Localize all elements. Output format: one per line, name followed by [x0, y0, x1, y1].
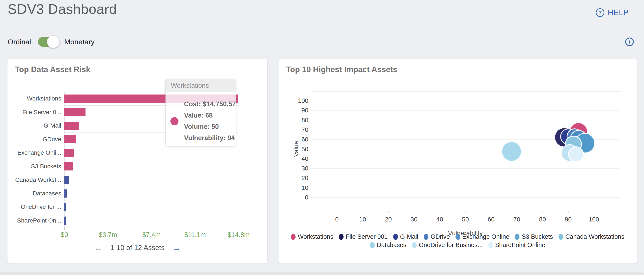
legend-item-workstations[interactable]: Workstations — [291, 233, 333, 240]
x-tick-mark — [388, 211, 388, 213]
bubble-gridline — [311, 120, 620, 120]
y-tick-label: 100 — [291, 97, 308, 104]
unit-toggle-row: Ordinal Monetary — [8, 36, 94, 48]
bar-row-separator — [64, 173, 238, 173]
legend-dot-icon — [424, 234, 428, 240]
bar-label-canada-workst: Canada Workst... — [8, 173, 61, 187]
bubble-sharepoint-online[interactable] — [568, 146, 584, 162]
pagination: ← 1-10 of 12 Assets → — [8, 243, 268, 252]
bar-databases[interactable] — [64, 189, 67, 198]
legend-dot-icon — [456, 234, 460, 240]
bubble-gridline — [311, 188, 620, 188]
next-page-arrow-icon[interactable]: → — [172, 243, 181, 252]
bar-label-onedrive-for: OneDrive for ... — [8, 200, 61, 214]
tooltip-volume: Volume: 50 — [184, 121, 236, 132]
bar-g-mail[interactable] — [64, 122, 79, 130]
legend-item-gdrive[interactable]: GDrive — [424, 233, 450, 240]
bar-x-tick-mark — [195, 227, 195, 230]
bar-s3-buckets[interactable] — [64, 162, 73, 170]
legend-item-sharepoint-online[interactable]: SharePoint Online — [488, 241, 545, 248]
bar-row-separator — [64, 160, 238, 160]
x-tick-label: 80 — [539, 216, 546, 223]
y-tick-label: 80 — [291, 117, 308, 124]
bar-label-gdrive: GDrive — [8, 132, 61, 146]
bar-x-tick-label: $14.8m — [228, 231, 250, 239]
bubble-gridline — [311, 101, 620, 101]
x-tick-mark — [542, 211, 543, 213]
legend-item-s3-buckets[interactable]: S3 Buckets — [515, 233, 553, 240]
bar-gdrive[interactable] — [64, 135, 76, 143]
legend-dot-icon — [412, 242, 417, 248]
legend-label: Canada Workstations — [565, 233, 624, 240]
chart-tooltip: Workstations Cost: $14,750,576 Value: 68… — [166, 79, 236, 146]
legend-item-onedrive-for-busines[interactable]: OneDrive for Busines... — [412, 241, 483, 248]
legend-dot-icon — [370, 242, 375, 248]
bubble-gridline — [311, 197, 620, 198]
bar-row-separator — [64, 214, 238, 214]
toggle-label-ordinal: Ordinal — [8, 38, 31, 46]
tooltip-body: Cost: $14,750,576 Value: 68 Volume: 50 V… — [166, 92, 236, 146]
legend-dot-icon — [393, 234, 398, 240]
bar-canada-workst[interactable] — [64, 176, 69, 184]
chart-legend: WorkstationsFile Server 001G-MailGDriveE… — [278, 233, 637, 248]
y-tick-label: 60 — [291, 136, 308, 143]
toggle-knob[interactable] — [47, 36, 59, 48]
bar-row-separator — [64, 200, 238, 200]
tooltip-vulnerability: Vulnerability: 94 — [184, 132, 236, 144]
legend-label: SharePoint Online — [495, 241, 545, 248]
legend-item-g-mail[interactable]: G-Mail — [393, 233, 418, 240]
x-tick-label: 10 — [359, 216, 366, 223]
bar-x-tick-label: $0 — [61, 231, 68, 239]
bubble-gridline — [311, 110, 620, 111]
legend-row: DatabasesOneDrive for Busines...SharePoi… — [370, 241, 545, 248]
x-tick-label: 40 — [436, 216, 443, 223]
page-title: SDV3 Dashboard — [8, 1, 117, 17]
plot-top-edge — [311, 91, 620, 92]
x-tick-mark — [414, 211, 414, 213]
previous-page-arrow-icon[interactable]: ← — [94, 243, 103, 252]
x-tick-mark — [440, 211, 440, 213]
x-tick-label: 50 — [462, 216, 469, 223]
bar-label-g-mail: G-Mail — [8, 119, 61, 132]
bar-row-separator — [64, 187, 238, 187]
bar-onedrive-for[interactable] — [64, 203, 66, 211]
info-icon[interactable]: i — [625, 38, 634, 46]
legend-label: G-Mail — [400, 233, 418, 240]
legend-label: Exchange Online — [462, 233, 510, 240]
bar-exchange-onli[interactable] — [64, 149, 74, 157]
bar-sharepoint-on[interactable] — [64, 216, 66, 225]
right-card-title: Top 10 Highest Impact Assets — [286, 65, 397, 74]
legend-item-exchange-online[interactable]: Exchange Online — [456, 233, 510, 240]
tooltip-value: Value: 68 — [184, 110, 236, 121]
legend-label: Workstations — [298, 233, 333, 240]
ordinal-monetary-toggle[interactable] — [38, 37, 58, 47]
help-button[interactable]: ? HELP — [596, 8, 629, 17]
bar-x-tick-mark — [238, 227, 239, 230]
toggle-label-monetary: Monetary — [64, 38, 95, 46]
bar-x-tick-mark — [152, 227, 152, 230]
y-tick-label: 10 — [291, 184, 308, 191]
bar-row-separator — [64, 146, 238, 146]
bubble-databases[interactable] — [501, 141, 522, 162]
bar-label-exchange-onli: Exchange Onli... — [8, 146, 61, 160]
left-card-title: Top Data Asset Risk — [15, 65, 90, 74]
x-tick-label: 30 — [410, 216, 417, 223]
x-tick-mark — [568, 211, 568, 213]
x-tick-mark — [466, 211, 466, 213]
top-data-asset-risk-card: Top Data Asset Risk WorkstationsFile Ser… — [8, 59, 268, 263]
bar-x-tick-label: $11.1m — [184, 231, 206, 239]
below-fold-card-edge — [0, 272, 644, 275]
x-tick-label: 100 — [589, 216, 599, 223]
x-tick-label: 20 — [385, 216, 392, 223]
top-10-highest-impact-assets-card: Top 10 Highest Impact Assets Value Vulne… — [278, 59, 637, 263]
y-tick-label: 40 — [291, 155, 308, 162]
legend-item-canada-workstations[interactable]: Canada Workstations — [558, 233, 624, 240]
legend-item-databases[interactable]: Databases — [370, 241, 406, 248]
legend-label: File Server 001 — [346, 233, 388, 240]
x-tick-label: 90 — [565, 216, 572, 223]
bar-file-server-0[interactable] — [64, 108, 86, 116]
bar-label-databases: Databases — [8, 187, 61, 200]
legend-dot-icon — [558, 234, 563, 240]
legend-item-file-server-001[interactable]: File Server 001 — [339, 233, 388, 240]
bubble-gridline — [311, 168, 620, 169]
